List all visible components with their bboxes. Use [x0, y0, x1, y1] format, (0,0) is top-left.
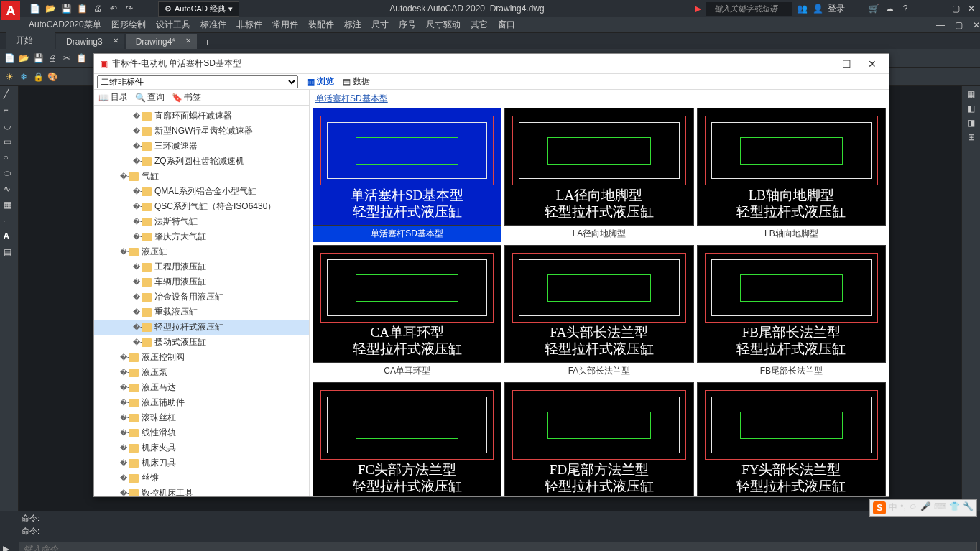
- tree-item[interactable]: �+滚珠丝杠: [94, 410, 309, 425]
- menu-item[interactable]: 序号: [399, 19, 416, 31]
- ime-punct-icon[interactable]: •,: [900, 501, 906, 514]
- command-input[interactable]: [19, 542, 977, 551]
- point-icon[interactable]: ·: [4, 216, 15, 227]
- menu-item[interactable]: 尺寸驱动: [426, 19, 461, 31]
- text-icon[interactable]: A: [4, 231, 15, 243]
- close-icon[interactable]: ✕: [185, 37, 191, 45]
- login-link[interactable]: 登录: [828, 3, 845, 15]
- circle-icon[interactable]: ○: [4, 152, 15, 164]
- menu-item[interactable]: 常用件: [272, 19, 298, 31]
- tree-item[interactable]: �+机床刀具: [94, 455, 309, 471]
- gallery-item[interactable]: FC头部方法兰型轻型拉杆式液压缸FC头部方法兰型: [313, 382, 501, 496]
- tree-item[interactable]: �+新型NGW行星齿轮减速器: [94, 124, 309, 139]
- min-icon[interactable]: —: [934, 3, 946, 14]
- tree-item[interactable]: �+肇庆方大气缸: [94, 229, 309, 244]
- tree-item[interactable]: �+工程用液压缸: [94, 259, 309, 274]
- help-icon[interactable]: ?: [900, 3, 911, 14]
- menu-item[interactable]: 标准件: [200, 19, 226, 31]
- menu-item[interactable]: 标注: [344, 19, 361, 31]
- new-icon[interactable]: 📄: [29, 3, 40, 14]
- tool-icon[interactable]: 🔒: [32, 70, 45, 83]
- tool-icon[interactable]: 💾: [32, 52, 45, 65]
- gallery-item[interactable]: FB尾部长法兰型轻型拉杆式液压缸FB尾部长法兰型: [697, 245, 886, 379]
- dialog-max-icon[interactable]: ☐: [836, 58, 857, 70]
- tree-item[interactable]: �+ZQ系列圆柱齿轮减速机: [94, 154, 309, 169]
- tree-item[interactable]: �+QMAL系列铝合金小型气缸: [94, 184, 309, 199]
- tree-item[interactable]: �+机床夹具: [94, 440, 309, 455]
- tree-item[interactable]: �−气缸: [94, 169, 309, 184]
- user-icon[interactable]: 👤: [812, 3, 823, 14]
- menu-item[interactable]: 图形绘制: [111, 19, 146, 31]
- tool-icon[interactable]: 📄: [3, 52, 16, 65]
- gallery-item[interactable]: FD尾部方法兰型轻型拉杆式液压缸FD尾部方法兰型: [504, 382, 693, 496]
- doc-close-icon[interactable]: ✕: [973, 20, 980, 30]
- dialog-close-icon[interactable]: ✕: [861, 58, 883, 70]
- tool-icon[interactable]: 📂: [17, 52, 30, 65]
- tree-item[interactable]: �+冶金设备用液压缸: [94, 290, 309, 305]
- gallery-item[interactable]: LA径向地脚型轻型拉杆式液压缸LA径向地脚型: [504, 108, 693, 242]
- tool-icon[interactable]: ▦: [967, 89, 975, 99]
- ime-skin-icon[interactable]: 👕: [949, 501, 960, 514]
- data-tab[interactable]: ▤ 数据: [343, 75, 370, 88]
- gallery-item[interactable]: LB轴向地脚型轻型拉杆式液压缸LB轴向地脚型: [697, 108, 886, 242]
- help-search[interactable]: 键入关键字或短语: [706, 2, 792, 16]
- gallery-header[interactable]: 单活塞杆SD基本型: [310, 90, 889, 108]
- print-icon[interactable]: 🖨: [92, 3, 103, 14]
- dialog-min-icon[interactable]: —: [810, 58, 831, 70]
- redo-icon[interactable]: ↷: [124, 3, 135, 14]
- menu-item[interactable]: 其它: [471, 19, 488, 31]
- tool-icon[interactable]: ◧: [967, 103, 975, 114]
- open-icon[interactable]: 📂: [45, 3, 56, 14]
- cart-icon[interactable]: 🛒: [868, 3, 879, 14]
- app-logo[interactable]: A: [1, 1, 20, 20]
- plus-icon[interactable]: +: [205, 37, 210, 47]
- tool-icon[interactable]: 📋: [75, 52, 88, 65]
- tree-item[interactable]: �+轻型拉杆式液压缸: [94, 320, 309, 335]
- tree-item[interactable]: �+三环减速器: [94, 139, 309, 154]
- ellipse-icon[interactable]: ⬭: [4, 168, 15, 180]
- doc-max-icon[interactable]: ▢: [955, 20, 963, 30]
- line-icon[interactable]: ╱: [4, 89, 15, 101]
- tab-drawing3[interactable]: Drawing3✕: [56, 34, 124, 49]
- tree-item[interactable]: �+摆动式液压缸: [94, 335, 309, 350]
- polyline-icon[interactable]: ⌐: [4, 105, 15, 116]
- close-icon[interactable]: ✕: [113, 37, 119, 45]
- tool-icon[interactable]: ☀: [3, 70, 16, 83]
- tree-item[interactable]: �+液压泵: [94, 365, 309, 380]
- max-icon[interactable]: ▢: [950, 3, 961, 14]
- ime-bar[interactable]: S 中 •, ☺ 🎤 ⌨ 👕 🔧: [869, 499, 977, 517]
- gallery-item[interactable]: FA头部长法兰型轻型拉杆式液压缸FA头部长法兰型: [504, 245, 693, 379]
- tree-item[interactable]: �+丝锥: [94, 471, 309, 486]
- saveas-icon[interactable]: 📋: [76, 3, 88, 14]
- tree-item[interactable]: �+液压辅助件: [94, 395, 309, 410]
- tree-item[interactable]: �+数控机床工具: [94, 486, 309, 496]
- menu-item[interactable]: 非标件: [236, 19, 262, 31]
- tool-icon[interactable]: ⊞: [968, 132, 975, 142]
- tree-item[interactable]: �+QSC系列气缸（符合ISO6430）: [94, 199, 309, 214]
- gallery-item[interactable]: FY头部长法兰型轻型拉杆式液压缸FY头部长法兰型: [697, 382, 886, 496]
- ime-mic-icon[interactable]: 🎤: [920, 501, 931, 514]
- share-icon[interactable]: 👥: [796, 3, 808, 14]
- tree-item[interactable]: �+车辆用液压缸: [94, 274, 309, 290]
- menu-item[interactable]: 尺寸: [371, 19, 389, 31]
- menu-item[interactable]: 窗口: [498, 19, 515, 31]
- tree-item[interactable]: �+重载液压缸: [94, 305, 309, 320]
- search-tab[interactable]: 🔍 查询: [135, 91, 165, 103]
- workspace-dropdown[interactable]: ⚙ AutoCAD 经典 ▾: [158, 1, 239, 17]
- menu-item[interactable]: 设计工具: [156, 19, 190, 31]
- save-icon[interactable]: 💾: [60, 3, 72, 14]
- close-icon[interactable]: ✕: [966, 3, 977, 14]
- spline-icon[interactable]: ∿: [4, 184, 15, 195]
- catalog-tab[interactable]: 📖 目录: [98, 91, 128, 103]
- bookmark-tab[interactable]: 🔖 书签: [172, 91, 201, 103]
- tool-icon[interactable]: ✂: [60, 52, 73, 65]
- ime-keyboard-icon[interactable]: ⌨: [934, 501, 946, 514]
- doc-min-icon[interactable]: —: [936, 20, 945, 30]
- browse-tab[interactable]: ▦ 浏览: [307, 75, 334, 88]
- tree-item[interactable]: �+液压马达: [94, 380, 309, 395]
- tab-start[interactable]: 开始: [6, 32, 55, 49]
- arc-icon[interactable]: ◡: [4, 121, 15, 132]
- cloud-icon[interactable]: ☁: [884, 3, 895, 14]
- tree-item[interactable]: �+直廓环面蜗杆减速器: [94, 108, 309, 124]
- category-dropdown[interactable]: 二维非标件: [97, 75, 298, 88]
